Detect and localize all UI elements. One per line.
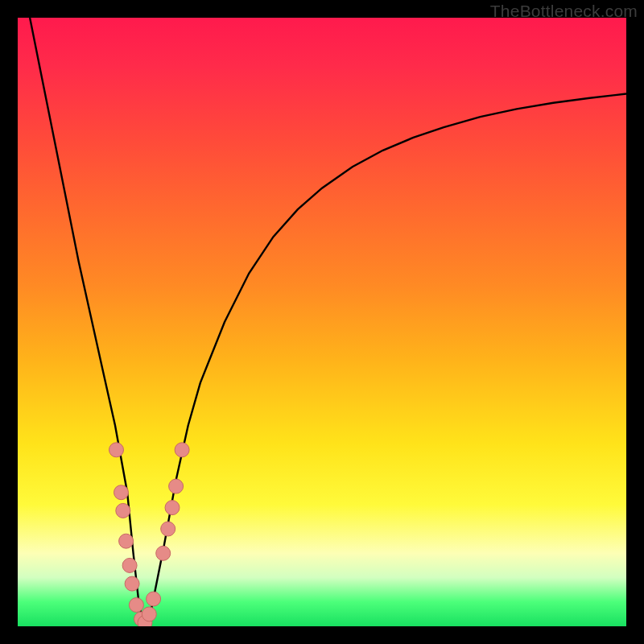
watermark-text: TheBottleneck.com <box>490 2 638 21</box>
data-point <box>165 501 180 515</box>
bottleneck-curve-line <box>30 18 626 623</box>
data-point <box>119 534 134 548</box>
data-point <box>122 558 137 572</box>
data-point <box>175 443 189 457</box>
data-point <box>125 576 139 591</box>
chart-frame: TheBottleneck.com <box>0 0 644 644</box>
data-point <box>109 443 124 457</box>
chart-svg <box>18 18 626 626</box>
data-point <box>129 598 143 613</box>
data-point <box>169 479 184 493</box>
data-point <box>116 503 130 518</box>
data-point <box>114 485 129 500</box>
data-point <box>147 592 161 606</box>
data-point <box>142 607 156 621</box>
data-point <box>161 522 175 536</box>
chart-plot-area <box>18 18 626 626</box>
data-point <box>156 546 171 560</box>
